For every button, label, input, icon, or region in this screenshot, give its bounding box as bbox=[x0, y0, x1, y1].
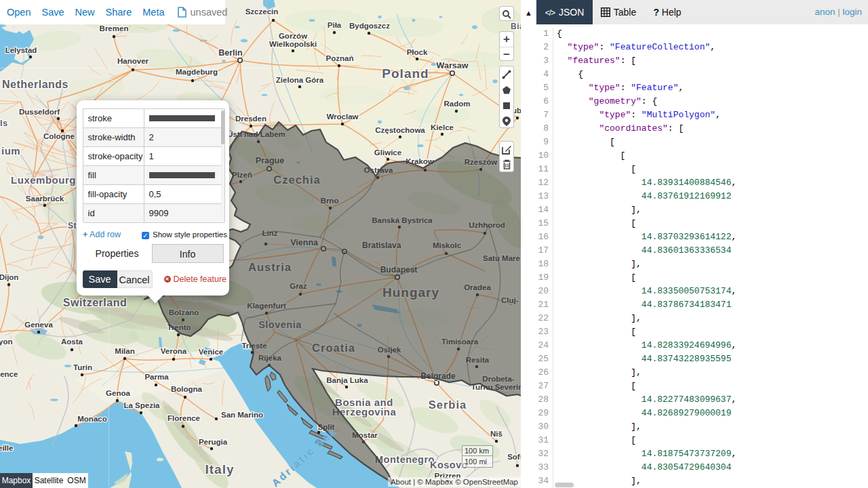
svg-text:Niš: Niš bbox=[490, 430, 502, 438]
svg-text:Sofi: Sofi bbox=[507, 453, 521, 461]
svg-text:eille: eille bbox=[0, 444, 13, 452]
svg-text:Radom: Radom bbox=[444, 100, 471, 108]
svg-text:Białyst: Białyst bbox=[511, 22, 521, 31]
svg-text:Monaco: Monaco bbox=[77, 415, 106, 423]
svg-text:Florence: Florence bbox=[167, 414, 200, 422]
svg-text:Venice: Venice bbox=[199, 348, 223, 356]
svg-text:Aosta: Aosta bbox=[61, 338, 83, 346]
svg-text:lence: lence bbox=[0, 370, 18, 378]
svg-text:La Spezia: La Spezia bbox=[123, 401, 160, 409]
svg-text:Poland: Poland bbox=[382, 66, 429, 81]
svg-text:Verona: Verona bbox=[161, 347, 187, 355]
svg-text:Dusseldorf: Dusseldorf bbox=[19, 108, 60, 116]
svg-text:Perugia: Perugia bbox=[199, 438, 228, 446]
svg-text:Serbia: Serbia bbox=[429, 399, 467, 411]
svg-text:Netherlands: Netherlands bbox=[2, 79, 68, 90]
svg-text:Magdeburg: Magdeburg bbox=[176, 68, 218, 76]
svg-text:Luxembourg: Luxembourg bbox=[11, 174, 76, 186]
svg-text:Częstochowa: Częstochowa bbox=[375, 126, 425, 134]
svg-text:Piła: Piła bbox=[328, 21, 342, 29]
svg-text:Turin: Turin bbox=[73, 363, 92, 371]
svg-text:Gorzów: Gorzów bbox=[279, 32, 307, 40]
svg-text:Saarbrück: Saarbrück bbox=[26, 195, 64, 203]
svg-text:Poznań: Poznań bbox=[326, 54, 354, 62]
svg-text:Zielona Góra: Zielona Góra bbox=[276, 76, 324, 84]
svg-text:Cologne: Cologne bbox=[43, 132, 75, 140]
svg-text:San Marino: San Marino bbox=[221, 411, 263, 419]
svg-text:Kielce: Kielce bbox=[431, 123, 454, 131]
svg-text:Płock: Płock bbox=[407, 48, 428, 56]
svg-text:Szczecin: Szczecin bbox=[245, 7, 279, 16]
svg-text:Dresden: Dresden bbox=[235, 115, 267, 123]
svg-text:Bremen: Bremen bbox=[100, 24, 129, 33]
svg-text:Warsaw: Warsaw bbox=[437, 61, 469, 70]
svg-text:Lelystad: Lelystad bbox=[5, 46, 37, 54]
svg-text:Banja Luka: Banja Luka bbox=[326, 376, 368, 384]
svg-text:Italy: Italy bbox=[205, 462, 234, 476]
svg-text:Montenegro: Montenegro bbox=[375, 454, 435, 465]
svg-text:Wroclaw: Wroclaw bbox=[326, 113, 358, 121]
svg-text:yon: yon bbox=[0, 338, 12, 346]
svg-text:Geneva: Geneva bbox=[24, 321, 53, 329]
svg-text:Genoa: Genoa bbox=[106, 389, 130, 397]
svg-text:Wielkopolski: Wielkopolski bbox=[269, 40, 317, 48]
svg-text:ls: ls bbox=[0, 118, 8, 128]
svg-text:Hanover: Hanover bbox=[117, 57, 149, 65]
svg-text:Gliwice: Gliwice bbox=[374, 148, 401, 157]
svg-text:Dijon: Dijon bbox=[0, 273, 18, 281]
svg-text:Parma: Parma bbox=[144, 373, 169, 381]
svg-text:Berlin: Berlin bbox=[218, 48, 242, 58]
svg-text:Bologna: Bologna bbox=[171, 385, 203, 393]
svg-text:Bydgoszcz: Bydgoszcz bbox=[349, 22, 390, 30]
svg-text:ium: ium bbox=[1, 145, 20, 157]
svg-text:Switzerland: Switzerland bbox=[63, 297, 127, 308]
svg-text:Milan: Milan bbox=[115, 347, 134, 355]
